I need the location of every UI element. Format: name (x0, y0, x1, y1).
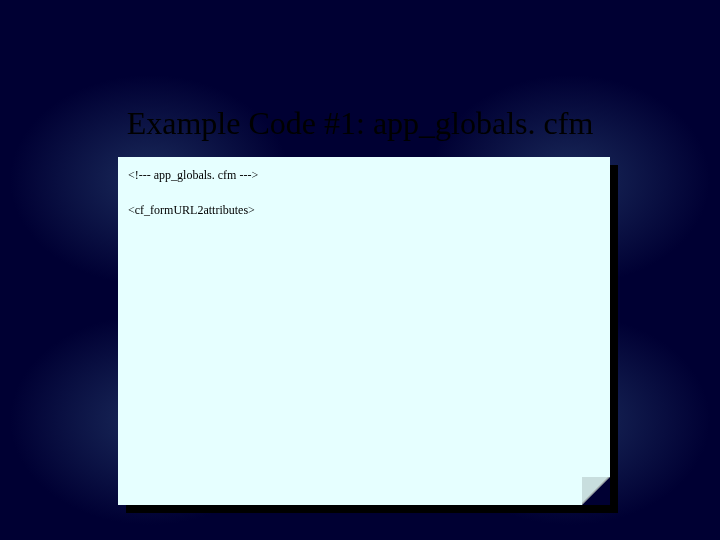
code-box: <!--- app_globals. cfm ---> <cf_formURL2… (118, 157, 610, 505)
page-curl-cut (582, 477, 610, 505)
code-line: <!--- app_globals. cfm ---> (128, 167, 600, 184)
slide-title: Example Code #1: app_globals. cfm (0, 105, 720, 142)
code-line: <cf_formURL2attributes> (128, 202, 600, 219)
